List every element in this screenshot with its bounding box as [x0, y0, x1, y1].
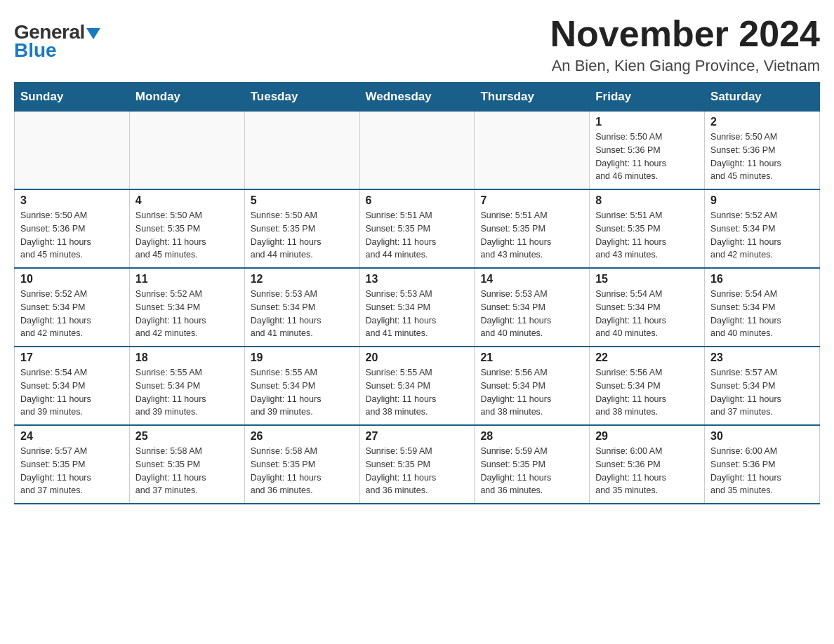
weekday-header-monday: Monday	[129, 83, 244, 112]
day-info: Sunrise: 5:58 AM Sunset: 5:35 PM Dayligh…	[135, 445, 239, 497]
weekday-header-tuesday: Tuesday	[244, 83, 359, 112]
day-info: Sunrise: 5:57 AM Sunset: 5:34 PM Dayligh…	[710, 366, 814, 419]
day-number: 27	[366, 430, 469, 443]
day-number: 6	[366, 194, 469, 207]
day-number: 1	[595, 116, 699, 128]
day-number: 3	[20, 194, 124, 207]
page-header: General Blue November 2024 An Bien, Kien…	[14, 14, 820, 75]
day-info: Sunrise: 5:50 AM Sunset: 5:35 PM Dayligh…	[251, 209, 354, 262]
day-cell: 10Sunrise: 5:52 AM Sunset: 5:34 PM Dayli…	[15, 268, 130, 347]
day-number: 20	[366, 351, 469, 364]
day-info: Sunrise: 5:56 AM Sunset: 5:34 PM Dayligh…	[595, 366, 699, 419]
day-cell	[129, 112, 244, 190]
day-cell: 23Sunrise: 5:57 AM Sunset: 5:34 PM Dayli…	[705, 347, 820, 425]
day-cell: 25Sunrise: 5:58 AM Sunset: 5:35 PM Dayli…	[129, 425, 244, 504]
day-info: Sunrise: 5:52 AM Sunset: 5:34 PM Dayligh…	[135, 288, 239, 340]
day-cell: 6Sunrise: 5:51 AM Sunset: 5:35 PM Daylig…	[359, 189, 475, 268]
day-number: 9	[710, 194, 814, 207]
day-info: Sunrise: 5:54 AM Sunset: 5:34 PM Dayligh…	[595, 288, 699, 340]
title-area: November 2024 An Bien, Kien Giang Provin…	[550, 14, 820, 75]
day-info: Sunrise: 5:58 AM Sunset: 5:35 PM Dayligh…	[251, 445, 354, 497]
day-cell: 3Sunrise: 5:50 AM Sunset: 5:36 PM Daylig…	[15, 189, 130, 268]
day-info: Sunrise: 5:59 AM Sunset: 5:35 PM Dayligh…	[480, 445, 583, 497]
day-number: 10	[20, 273, 124, 286]
day-info: Sunrise: 5:53 AM Sunset: 5:34 PM Dayligh…	[366, 288, 469, 340]
day-info: Sunrise: 5:50 AM Sunset: 5:36 PM Dayligh…	[595, 130, 699, 183]
logo-triangle-icon	[86, 28, 100, 39]
logo: General Blue	[14, 14, 100, 62]
day-info: Sunrise: 5:53 AM Sunset: 5:34 PM Dayligh…	[251, 288, 354, 340]
weekday-header-thursday: Thursday	[475, 83, 590, 112]
day-info: Sunrise: 5:52 AM Sunset: 5:34 PM Dayligh…	[710, 209, 814, 262]
day-cell: 28Sunrise: 5:59 AM Sunset: 5:35 PM Dayli…	[475, 425, 590, 504]
day-info: Sunrise: 5:59 AM Sunset: 5:35 PM Dayligh…	[366, 445, 469, 497]
weekday-header-wednesday: Wednesday	[359, 83, 475, 112]
day-info: Sunrise: 5:51 AM Sunset: 5:35 PM Dayligh…	[480, 209, 583, 262]
day-info: Sunrise: 5:51 AM Sunset: 5:35 PM Dayligh…	[366, 209, 469, 262]
day-number: 30	[710, 430, 814, 443]
week-row-5: 24Sunrise: 5:57 AM Sunset: 5:35 PM Dayli…	[15, 425, 820, 504]
weekday-header-row: SundayMondayTuesdayWednesdayThursdayFrid…	[15, 83, 820, 112]
week-row-2: 3Sunrise: 5:50 AM Sunset: 5:36 PM Daylig…	[15, 189, 820, 268]
day-info: Sunrise: 5:53 AM Sunset: 5:34 PM Dayligh…	[480, 288, 583, 340]
day-number: 16	[710, 273, 814, 286]
day-info: Sunrise: 5:52 AM Sunset: 5:34 PM Dayligh…	[20, 288, 124, 340]
day-cell: 1Sunrise: 5:50 AM Sunset: 5:36 PM Daylig…	[590, 112, 705, 190]
day-number: 19	[251, 351, 354, 364]
day-number: 8	[595, 194, 699, 207]
day-cell: 21Sunrise: 5:56 AM Sunset: 5:34 PM Dayli…	[475, 347, 590, 425]
day-number: 18	[135, 351, 239, 364]
day-cell: 14Sunrise: 5:53 AM Sunset: 5:34 PM Dayli…	[475, 268, 590, 347]
day-cell: 15Sunrise: 5:54 AM Sunset: 5:34 PM Dayli…	[590, 268, 705, 347]
day-cell	[15, 112, 130, 190]
day-number: 7	[480, 194, 583, 207]
logo-blue-text: Blue	[14, 39, 57, 62]
week-row-1: 1Sunrise: 5:50 AM Sunset: 5:36 PM Daylig…	[15, 112, 820, 190]
calendar-table: SundayMondayTuesdayWednesdayThursdayFrid…	[14, 82, 820, 504]
day-cell: 19Sunrise: 5:55 AM Sunset: 5:34 PM Dayli…	[244, 347, 359, 425]
day-info: Sunrise: 5:51 AM Sunset: 5:35 PM Dayligh…	[595, 209, 699, 262]
day-number: 17	[20, 351, 124, 364]
weekday-header-sunday: Sunday	[15, 83, 130, 112]
day-number: 15	[595, 273, 699, 286]
day-info: Sunrise: 5:55 AM Sunset: 5:34 PM Dayligh…	[366, 366, 469, 419]
day-cell: 11Sunrise: 5:52 AM Sunset: 5:34 PM Dayli…	[129, 268, 244, 347]
day-number: 22	[595, 351, 699, 364]
day-cell: 2Sunrise: 5:50 AM Sunset: 5:36 PM Daylig…	[705, 112, 820, 190]
day-cell	[359, 112, 475, 190]
day-cell: 4Sunrise: 5:50 AM Sunset: 5:35 PM Daylig…	[129, 189, 244, 268]
day-cell	[244, 112, 359, 190]
day-info: Sunrise: 5:50 AM Sunset: 5:36 PM Dayligh…	[710, 130, 814, 183]
location-title: An Bien, Kien Giang Province, Vietnam	[550, 57, 820, 75]
day-cell: 22Sunrise: 5:56 AM Sunset: 5:34 PM Dayli…	[590, 347, 705, 425]
day-number: 14	[480, 273, 583, 286]
day-cell: 16Sunrise: 5:54 AM Sunset: 5:34 PM Dayli…	[705, 268, 820, 347]
day-number: 28	[480, 430, 583, 443]
day-info: Sunrise: 5:57 AM Sunset: 5:35 PM Dayligh…	[20, 445, 124, 497]
day-cell: 13Sunrise: 5:53 AM Sunset: 5:34 PM Dayli…	[359, 268, 475, 347]
weekday-header-saturday: Saturday	[705, 83, 820, 112]
day-info: Sunrise: 6:00 AM Sunset: 5:36 PM Dayligh…	[595, 445, 699, 497]
day-number: 13	[366, 273, 469, 286]
day-number: 21	[480, 351, 583, 364]
month-title: November 2024	[550, 14, 820, 54]
day-cell: 30Sunrise: 6:00 AM Sunset: 5:36 PM Dayli…	[705, 425, 820, 504]
week-row-3: 10Sunrise: 5:52 AM Sunset: 5:34 PM Dayli…	[15, 268, 820, 347]
day-info: Sunrise: 6:00 AM Sunset: 5:36 PM Dayligh…	[710, 445, 814, 497]
day-number: 26	[251, 430, 354, 443]
day-cell: 27Sunrise: 5:59 AM Sunset: 5:35 PM Dayli…	[359, 425, 475, 504]
day-number: 24	[20, 430, 124, 443]
day-info: Sunrise: 5:54 AM Sunset: 5:34 PM Dayligh…	[710, 288, 814, 340]
day-cell: 18Sunrise: 5:55 AM Sunset: 5:34 PM Dayli…	[129, 347, 244, 425]
day-cell: 24Sunrise: 5:57 AM Sunset: 5:35 PM Dayli…	[15, 425, 130, 504]
day-cell: 7Sunrise: 5:51 AM Sunset: 5:35 PM Daylig…	[475, 189, 590, 268]
day-cell: 12Sunrise: 5:53 AM Sunset: 5:34 PM Dayli…	[244, 268, 359, 347]
day-number: 29	[595, 430, 699, 443]
day-cell: 8Sunrise: 5:51 AM Sunset: 5:35 PM Daylig…	[590, 189, 705, 268]
day-number: 23	[710, 351, 814, 364]
day-number: 12	[251, 273, 354, 286]
day-cell	[475, 112, 590, 190]
day-cell: 26Sunrise: 5:58 AM Sunset: 5:35 PM Dayli…	[244, 425, 359, 504]
day-number: 2	[710, 116, 814, 128]
week-row-4: 17Sunrise: 5:54 AM Sunset: 5:34 PM Dayli…	[15, 347, 820, 425]
